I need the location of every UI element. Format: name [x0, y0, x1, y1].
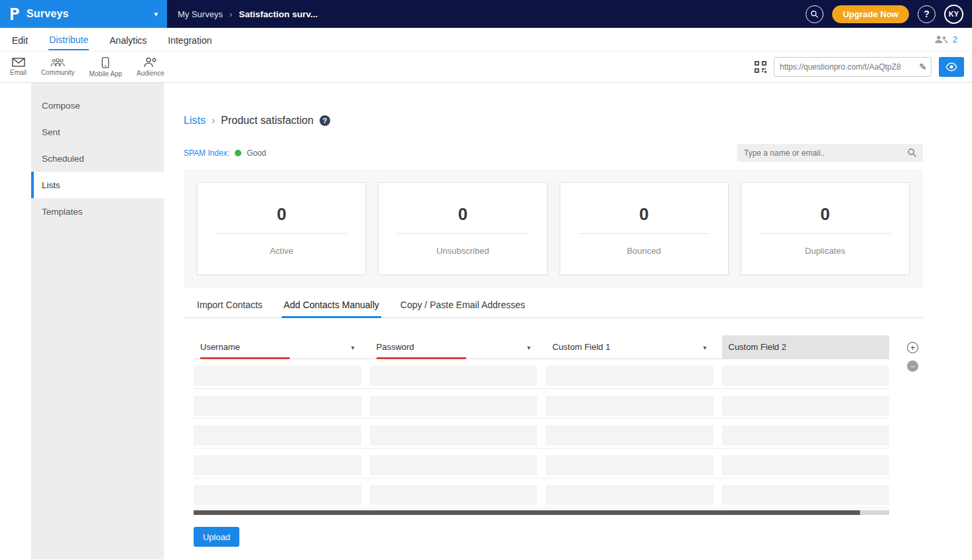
breadcrumb-current-survey: Satisfaction surv...	[239, 9, 318, 19]
sidebar-item-lists[interactable]: Lists	[31, 172, 164, 198]
contact-cell-input[interactable]	[546, 455, 713, 475]
sidebar-item-scheduled[interactable]: Scheduled	[31, 145, 164, 172]
tab-distribute[interactable]: Distribute	[48, 29, 89, 50]
scrollbar-thumb[interactable]	[194, 510, 860, 515]
contact-cell-input[interactable]	[370, 396, 538, 416]
search-icon[interactable]	[907, 148, 917, 158]
topbar: Surveys My Surveys Satisfaction surv... …	[0, 0, 972, 28]
app-switcher[interactable]: Surveys	[0, 0, 167, 28]
column-header-username[interactable]: Username	[194, 335, 361, 359]
tab-copy-paste-emails[interactable]: Copy / Paste Email Addresses	[398, 296, 527, 317]
table-row	[194, 419, 889, 449]
sidebar-item-templates[interactable]: Templates	[31, 198, 164, 225]
chevron-down-icon[interactable]	[527, 342, 530, 352]
divider	[760, 233, 891, 234]
breadcrumb-my-surveys[interactable]: My Surveys	[178, 9, 223, 19]
upgrade-now-button[interactable]: Upgrade Now	[832, 5, 909, 23]
topbar-actions: Upgrade Now KY	[806, 5, 972, 24]
stat-value: 0	[379, 204, 546, 225]
table-cell	[546, 485, 713, 505]
channel-label: Mobile App	[90, 70, 122, 78]
survey-url-box	[774, 57, 932, 77]
horizontal-scrollbar[interactable]	[194, 510, 889, 515]
table-row	[194, 359, 889, 389]
channel-community[interactable]: Community	[34, 58, 82, 76]
divider	[216, 233, 347, 234]
chevron-down-icon[interactable]	[154, 10, 158, 19]
stat-label: Duplicates	[741, 246, 909, 256]
tab-analytics[interactable]: Analytics	[109, 30, 147, 50]
survey-link-tools	[755, 57, 964, 77]
table-cell	[194, 485, 361, 505]
contact-cell-input[interactable]	[194, 425, 361, 445]
help-icon[interactable]	[918, 5, 936, 23]
tab-edit[interactable]: Edit	[11, 30, 29, 50]
contact-cell-input[interactable]	[546, 396, 713, 416]
column-header-custom-field-2[interactable]: Custom Field 2	[722, 335, 890, 359]
column-label: Custom Field 1	[552, 342, 610, 352]
contact-cell-input[interactable]	[194, 455, 361, 475]
qr-code-icon[interactable]	[755, 61, 766, 73]
table-row	[194, 389, 889, 419]
tab-add-contacts-manually[interactable]: Add Contacts Manually	[282, 296, 381, 318]
sidebar-item-compose[interactable]: Compose	[31, 92, 164, 119]
preview-button[interactable]	[939, 57, 964, 77]
contact-stats: 0 Active 0 Unsubscribed 0 Bounced 0 Dupl…	[184, 170, 923, 288]
spam-index-label: SPAM Index:	[184, 148, 229, 158]
contact-cell-input[interactable]	[370, 485, 538, 505]
sidebar-item-sent[interactable]: Sent	[31, 119, 164, 145]
table-cell	[370, 455, 538, 475]
table-cell	[370, 425, 538, 445]
channel-label: Community	[41, 69, 75, 76]
chevron-down-icon[interactable]	[703, 342, 706, 352]
breadcrumb-lists-link[interactable]: Lists	[184, 115, 206, 127]
column-header-password[interactable]: Password	[370, 335, 538, 359]
avatar[interactable]: KY	[944, 5, 963, 24]
search-icon[interactable]	[806, 5, 823, 23]
remove-row-icon[interactable]	[907, 361, 918, 372]
list-title: Product satisfaction	[221, 115, 314, 127]
contact-cell-input[interactable]	[194, 485, 361, 505]
table-cell	[722, 366, 890, 386]
table-cell	[370, 396, 538, 416]
contact-search-input[interactable]	[737, 144, 923, 162]
add-row-icon[interactable]	[907, 342, 918, 353]
community-icon	[50, 58, 66, 67]
distribute-sidebar: Compose Sent Scheduled Lists Templates	[31, 83, 164, 559]
upload-button[interactable]: Upload	[194, 527, 239, 547]
contact-cell-input[interactable]	[370, 455, 538, 475]
contact-cell-input[interactable]	[722, 485, 890, 505]
column-label: Username	[200, 342, 240, 352]
table-cell	[194, 396, 361, 416]
contact-cell-input[interactable]	[370, 366, 538, 386]
tab-integration[interactable]: Integration	[167, 30, 212, 50]
contact-cell-input[interactable]	[370, 425, 538, 445]
contact-cell-input[interactable]	[546, 366, 713, 386]
channel-mobile-app[interactable]: Mobile App	[82, 57, 129, 78]
contact-cell-input[interactable]	[194, 366, 361, 386]
contact-cell-input[interactable]	[722, 425, 890, 445]
chevron-down-icon[interactable]	[351, 342, 354, 352]
group-icon	[934, 35, 948, 44]
channel-email[interactable]: Email	[3, 58, 34, 76]
left-rail	[0, 83, 31, 559]
contact-cell-input[interactable]	[546, 425, 713, 445]
channel-audience[interactable]: Audience	[129, 57, 172, 77]
collaborators[interactable]: 2	[934, 34, 972, 44]
contact-cell-input[interactable]	[722, 455, 890, 475]
survey-url-input[interactable]	[780, 62, 916, 72]
breadcrumb-separator-icon	[229, 9, 232, 19]
list-breadcrumb: Lists Product satisfaction	[184, 115, 923, 127]
edit-url-icon[interactable]	[919, 62, 927, 72]
table-cell	[722, 485, 890, 505]
column-label: Custom Field 2	[729, 342, 786, 352]
contact-cell-input[interactable]	[194, 396, 361, 416]
contact-cell-input[interactable]	[546, 485, 713, 505]
column-header-custom-field-1[interactable]: Custom Field 1	[546, 335, 713, 359]
spam-status-value: Good	[247, 148, 266, 158]
tab-import-contacts[interactable]: Import Contacts	[195, 296, 265, 317]
contact-cell-input[interactable]	[722, 396, 890, 416]
contact-cell-input[interactable]	[722, 366, 890, 386]
list-help-icon[interactable]	[320, 115, 330, 126]
app-logo-icon	[9, 8, 20, 20]
